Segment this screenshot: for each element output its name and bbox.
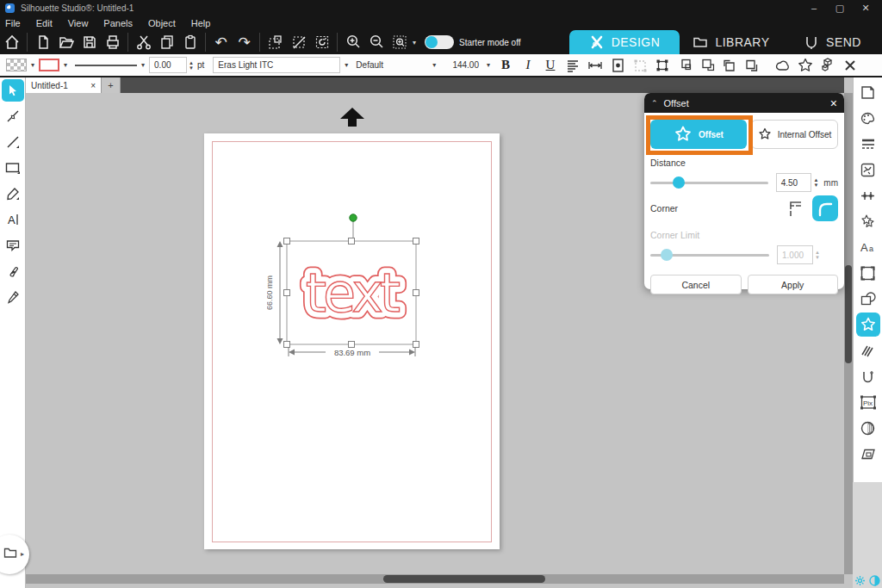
offset-panel-header[interactable]: ⌃ Offset ×: [644, 93, 844, 113]
menu-edit[interactable]: Edit: [36, 18, 53, 28]
font-style-caret-icon[interactable]: ▾: [432, 61, 436, 69]
pixscan-panel-button[interactable]: Pix: [855, 389, 881, 415]
line-color-swatch[interactable]: [39, 59, 59, 71]
select-all-button[interactable]: [264, 32, 287, 53]
cancel-button[interactable]: Cancel: [650, 275, 742, 294]
delete-button[interactable]: [839, 56, 861, 75]
line-tool[interactable]: [0, 129, 26, 155]
italic-button[interactable]: I: [517, 56, 539, 75]
scale-panel-button[interactable]: [855, 260, 881, 286]
trace-path-panel-button[interactable]: [855, 363, 881, 389]
minimize-button[interactable]: –: [801, 3, 827, 13]
artwork-selection[interactable]: text text text 66.60 mm 83.69 mm: [267, 212, 448, 371]
page-setup-panel-button[interactable]: [855, 79, 881, 105]
distance-value-input[interactable]: 4.50: [776, 173, 812, 192]
home-button[interactable]: [0, 32, 23, 53]
line-style-sample[interactable]: [75, 65, 137, 66]
maximize-button[interactable]: ▢: [827, 3, 853, 14]
starter-mode-toggle[interactable]: Starter mode off: [425, 35, 521, 49]
text-align-button[interactable]: [562, 56, 584, 75]
menu-file[interactable]: File: [5, 18, 21, 28]
corner-sharp-button[interactable]: [783, 197, 805, 220]
knife-tool[interactable]: [0, 284, 26, 310]
offset-text-word[interactable]: text text text: [306, 262, 400, 325]
save-button[interactable]: [78, 32, 101, 53]
document-tab-close-icon[interactable]: ×: [90, 81, 96, 90]
zoom-out-button[interactable]: [364, 32, 388, 53]
eraser-tool[interactable]: [0, 258, 26, 284]
tab-library[interactable]: LIBRARY: [680, 30, 783, 54]
new-document-button[interactable]: [31, 32, 54, 53]
line-color-caret-icon[interactable]: ▾: [64, 61, 67, 69]
horizontal-scrollbar[interactable]: [26, 574, 844, 584]
draw-tool[interactable]: [0, 181, 26, 207]
character-spacing-button[interactable]: [584, 56, 606, 75]
text-style-panel-button[interactable]: Aa: [855, 234, 881, 260]
select-tool[interactable]: [0, 77, 26, 103]
corner-round-button[interactable]: [812, 195, 838, 221]
tab-design[interactable]: DESIGN: [569, 30, 680, 54]
modify-panel-button[interactable]: [855, 286, 881, 312]
open-button[interactable]: [54, 32, 78, 53]
menu-object[interactable]: Object: [148, 18, 176, 28]
font-size-caret-icon[interactable]: ▾: [487, 61, 490, 69]
font-name-input[interactable]: Eras Light ITC: [213, 57, 340, 73]
preferences-gear-icon[interactable]: [854, 575, 866, 586]
fill-color-swatch[interactable]: [6, 59, 27, 71]
send-settings-panel-button[interactable]: [855, 441, 881, 467]
vertical-scrollbar-thumb[interactable]: [845, 265, 852, 363]
cut-button[interactable]: [132, 32, 155, 53]
bring-forward-button[interactable]: [718, 56, 741, 75]
transform-button[interactable]: [651, 56, 674, 75]
fill-pattern-panel-button[interactable]: [855, 157, 881, 183]
zoom-dropdown-caret-icon[interactable]: ▾: [413, 39, 416, 46]
offset-panel-button[interactable]: [855, 312, 881, 337]
stroke-width-stepper[interactable]: ▲▼: [189, 60, 194, 71]
paste-button[interactable]: [178, 32, 202, 53]
fill-panel-button[interactable]: [855, 105, 881, 131]
redo-button[interactable]: ↷: [233, 32, 256, 53]
trace-panel-button[interactable]: [855, 415, 881, 441]
bring-to-front-button[interactable]: [674, 56, 696, 75]
close-window-button[interactable]: ✕: [853, 3, 879, 14]
menu-view[interactable]: View: [68, 18, 89, 28]
text-tool[interactable]: A: [0, 207, 26, 232]
line-style-caret-icon[interactable]: ▾: [141, 61, 145, 69]
tab-send[interactable]: SEND: [783, 30, 882, 54]
horizontal-scrollbar-thumb[interactable]: [383, 575, 545, 583]
send-to-back-button[interactable]: [696, 56, 718, 75]
transform-panel-button[interactable]: [855, 183, 881, 208]
rotate-handle[interactable]: [350, 214, 357, 221]
distance-slider[interactable]: [650, 182, 768, 184]
line-style-panel-button[interactable]: [855, 131, 881, 157]
deselect-button[interactable]: [287, 32, 310, 53]
edit-points-tool[interactable]: [0, 103, 26, 129]
vertical-scrollbar[interactable]: [844, 93, 853, 574]
distance-slider-thumb[interactable]: [673, 176, 685, 189]
menu-panels[interactable]: Panels: [103, 18, 133, 28]
rectangle-tool[interactable]: [0, 155, 26, 181]
note-tool[interactable]: [0, 232, 26, 258]
distance-stepper[interactable]: ▲▼: [813, 177, 818, 188]
apply-button[interactable]: Apply: [748, 275, 839, 294]
weld-button[interactable]: [772, 56, 794, 75]
3d-button[interactable]: [817, 56, 839, 75]
underline-button[interactable]: U: [539, 56, 562, 75]
replicate-panel-button[interactable]: [855, 208, 881, 234]
toggle-pill[interactable]: [425, 35, 454, 49]
document-tab-active[interactable]: Untitled-1 ×: [26, 77, 102, 93]
send-backward-button[interactable]: [741, 56, 763, 75]
add-document-tab-button[interactable]: +: [102, 77, 121, 93]
font-style-select[interactable]: Default: [356, 60, 425, 70]
menu-help[interactable]: Help: [191, 18, 211, 28]
bold-button[interactable]: B: [494, 56, 517, 75]
internal-offset-mode-button[interactable]: Internal Offset: [751, 120, 838, 149]
drag-zoom-button[interactable]: [388, 32, 411, 53]
stroke-width-input[interactable]: 0.00: [149, 57, 187, 73]
offset-toolbar-button[interactable]: [794, 56, 817, 75]
fill-dropdown-caret-icon[interactable]: ▾: [31, 61, 34, 69]
collapse-chevron-icon[interactable]: ⌃: [651, 99, 658, 108]
font-caret-icon[interactable]: ▾: [345, 61, 348, 69]
zoom-in-button[interactable]: [341, 32, 364, 53]
print-button[interactable]: [101, 32, 124, 53]
